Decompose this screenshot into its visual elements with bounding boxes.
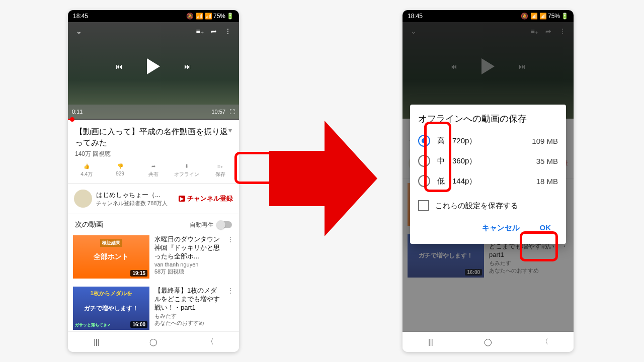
callout-ok-button xyxy=(520,231,558,261)
subscriber-count: チャンネル登録者数 788万人 xyxy=(96,200,175,207)
rec-views: あなたへのおすすめ xyxy=(154,319,222,326)
duration-badge: 19:15 xyxy=(130,270,147,277)
expand-desc-icon[interactable]: ▾ xyxy=(228,126,232,134)
video-player[interactable]: ⌄ ≡₊ ➦ ⋮ ⏮ ⏭ 0:11 10:57 ⛶ xyxy=(68,22,239,119)
status-time: 18:45 xyxy=(408,13,423,20)
thumb-down-icon: 👎 xyxy=(117,163,123,169)
view-count: 140万 回視聴 xyxy=(75,150,232,158)
thumbnail: 1枚からメダルを ガチで増やします！ ガサッと落ちてき➚ 16:00 xyxy=(73,287,149,330)
total-time: 10:57 xyxy=(211,109,225,115)
status-icons: 🔕 📶 📶 75%🔋 xyxy=(521,13,569,20)
prev-track-icon[interactable]: ⏮ xyxy=(116,62,123,70)
callout-quality-radios xyxy=(424,122,451,192)
save-button[interactable]: ≡₊ 保存 xyxy=(204,163,237,178)
offline-button[interactable]: ⬇ オフライン xyxy=(170,163,203,178)
video-title[interactable]: 【動画に入って】平成の名作動画を振り返ってみた xyxy=(75,126,228,148)
rec-views: 58万 回視聴 xyxy=(154,268,222,275)
recents-button[interactable]: ||| xyxy=(82,338,112,346)
share-arrow-icon[interactable]: ➦ xyxy=(207,24,221,38)
system-nav-bar: ||| ◯ 〈 xyxy=(403,331,574,352)
thumbnail: 検証結果 全部ホント 19:15 xyxy=(73,235,149,279)
status-bar: 18:45 🔕 📶 📶 75%🔋 xyxy=(403,10,574,22)
transition-arrow-icon xyxy=(269,121,377,236)
status-icons: 🔕 📶 📶 75%🔋 xyxy=(186,13,234,20)
collapse-icon[interactable]: ⌄ xyxy=(72,24,86,38)
dislike-button[interactable]: 👎 929 xyxy=(103,163,136,178)
recents-button[interactable]: ||| xyxy=(416,338,446,346)
phone-before: 18:45 🔕 📶 📶 75%🔋 ⌄ ≡₊ ➦ ⋮ ⏮ ⏭ 0:11 10:57… xyxy=(68,10,239,352)
checkbox-icon xyxy=(418,200,429,211)
autoplay-label: 自動再生 xyxy=(190,221,214,229)
recommended-item[interactable]: 検証結果 全部ホント 19:15 水曜日のダウンタウン神回『ドッキリかと思ったら… xyxy=(68,231,239,283)
youtube-icon: ▶ xyxy=(179,196,185,202)
more-vert-icon[interactable]: ⋮ xyxy=(221,24,235,38)
status-bar: 18:45 🔕 📶 📶 75%🔋 xyxy=(68,10,239,22)
library-add-icon: ≡₊ xyxy=(217,163,223,169)
next-video-heading: 次の動画 xyxy=(75,220,103,229)
duration-badge: 16:00 xyxy=(130,321,147,328)
scrubber[interactable] xyxy=(68,119,239,120)
home-button[interactable]: ◯ xyxy=(473,338,503,346)
rec-title: 【最終幕】1枚のメダルをどこまでも増やす戦い！・part1 xyxy=(154,287,222,312)
download-icon: ⬇ xyxy=(185,163,189,169)
next-track-icon[interactable]: ⏭ xyxy=(184,62,191,70)
rec-title: 水曜日のダウンタウン神回『ドッキリかと思ったら全部ホ... xyxy=(154,235,222,261)
back-button[interactable]: 〈 xyxy=(530,337,560,346)
like-button[interactable]: 👍 4.4万 xyxy=(70,163,103,178)
autoplay-toggle[interactable] xyxy=(217,221,232,228)
recommended-item[interactable]: 1枚からメダルを ガチで増やします！ ガサッと落ちてき➚ 16:00 【最終幕】… xyxy=(68,283,239,334)
fullscreen-icon[interactable]: ⛶ xyxy=(229,109,235,115)
system-nav-bar: ||| ◯ 〈 xyxy=(68,331,239,352)
cancel-button[interactable]: キャンセル xyxy=(477,220,525,236)
add-to-playlist-icon[interactable]: ≡₊ xyxy=(193,24,207,38)
channel-name[interactable]: はじめしゃちょー（... xyxy=(96,191,175,200)
share-icon: ➦ xyxy=(151,163,155,169)
item-menu-icon[interactable]: ⋮ xyxy=(227,235,234,279)
play-icon[interactable] xyxy=(147,58,160,74)
channel-avatar[interactable] xyxy=(74,190,92,208)
status-time: 18:45 xyxy=(73,13,88,20)
remember-settings-row[interactable]: これらの設定を保存する xyxy=(418,191,558,216)
elapsed-time: 0:11 xyxy=(72,109,83,115)
item-menu-icon[interactable]: ⋮ xyxy=(227,287,234,330)
action-bar: 👍 4.4万 👎 929 ➦ 共有 ⬇ オフライン ≡₊ 保存 xyxy=(68,160,239,184)
back-button[interactable]: 〈 xyxy=(195,337,225,346)
rec-channel: もみたす xyxy=(154,312,222,319)
rec-channel: van thanh nguyen xyxy=(154,261,222,268)
thumb-up-icon: 👍 xyxy=(84,163,90,169)
home-button[interactable]: ◯ xyxy=(138,338,169,346)
subscribe-button[interactable]: ▶ チャンネル登録 xyxy=(179,194,233,203)
share-button[interactable]: ➦ 共有 xyxy=(137,163,170,178)
